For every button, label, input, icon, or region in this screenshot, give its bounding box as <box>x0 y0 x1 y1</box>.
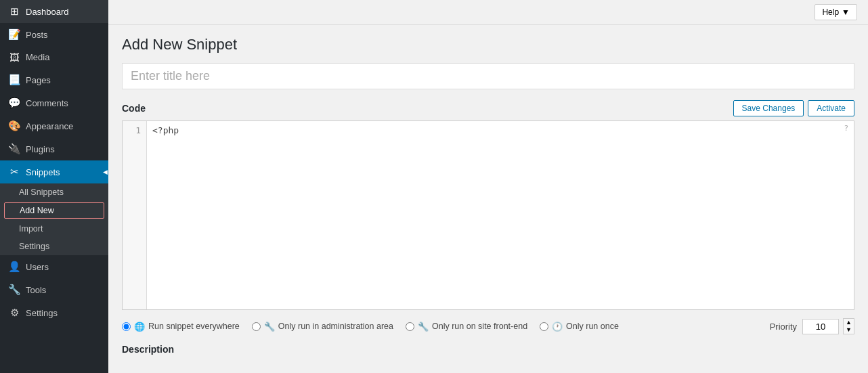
snippet-title-input[interactable] <box>122 63 854 89</box>
sidebar-item-users[interactable]: 👤 Users <box>0 255 108 278</box>
line-numbers: 1 <box>123 121 147 309</box>
posts-icon: 📝 <box>8 28 20 41</box>
code-editor: 1 <?php ? <box>122 120 854 310</box>
help-button[interactable]: Help ▼ <box>815 4 857 20</box>
submenu-all-snippets[interactable]: All Snippets <box>0 183 108 201</box>
priority-input[interactable] <box>802 319 839 334</box>
run-option-everywhere[interactable]: 🌐 Run snippet everywhere <box>122 322 240 332</box>
priority-wrap: Priority ▲ ▼ <box>770 318 854 334</box>
main-content: Help ▼ Add New Snippet Code Save Changes… <box>108 0 868 373</box>
sidebar-item-posts[interactable]: 📝 Posts <box>0 23 108 46</box>
content-area: Add New Snippet Code Save Changes Activa… <box>108 25 868 373</box>
code-area[interactable]: <?php ? <box>147 121 854 309</box>
sidebar-item-comments[interactable]: 💬 Comments <box>0 91 108 114</box>
snippets-icon: ✂ <box>8 166 20 178</box>
sidebar-item-snippets[interactable]: ✂ Snippets ◀ <box>0 160 108 183</box>
appearance-icon: 🎨 <box>8 120 20 132</box>
line-number: 1 <box>128 125 141 135</box>
sidebar-item-dashboard[interactable]: ⊞ Dashboard <box>0 0 108 23</box>
globe-icon: 🌐 <box>134 322 145 332</box>
run-admin-radio[interactable] <box>252 322 261 331</box>
code-help-icon[interactable]: ? <box>844 124 848 133</box>
topbar: Help ▼ <box>108 0 868 25</box>
sidebar-item-plugins[interactable]: 🔌 Plugins <box>0 137 108 160</box>
settings-icon: ⚙ <box>8 307 20 319</box>
wrench-icon: 🔧 <box>264 322 275 332</box>
sidebar: ⊞ Dashboard 📝 Posts 🖼 Media 📃 Pages 💬 Co… <box>0 0 108 373</box>
run-option-admin[interactable]: 🔧 Only run in administration area <box>252 322 393 332</box>
priority-spinners: ▲ ▼ <box>843 318 854 334</box>
sidebar-item-appearance[interactable]: 🎨 Appearance <box>0 114 108 137</box>
run-options: 🌐 Run snippet everywhere 🔧 Only run in a… <box>122 318 854 334</box>
run-everywhere-radio[interactable] <box>122 322 131 331</box>
priority-up-button[interactable]: ▲ <box>844 319 854 326</box>
page-title: Add New Snippet <box>122 36 854 53</box>
sidebar-item-media[interactable]: 🖼 Media <box>0 46 108 68</box>
run-once-radio[interactable] <box>540 322 548 331</box>
plugins-icon: 🔌 <box>8 143 20 155</box>
sidebar-item-settings[interactable]: ⚙ Settings <box>0 301 108 324</box>
tools-icon: 🔧 <box>8 284 20 296</box>
submenu-settings[interactable]: Settings <box>0 238 108 255</box>
clock-icon: 🕐 <box>552 322 563 332</box>
wrench2-icon: 🔧 <box>418 322 429 332</box>
run-frontend-radio[interactable] <box>406 322 414 331</box>
code-section-header: Code Save Changes Activate <box>122 100 854 116</box>
description-label: Description <box>122 344 854 355</box>
comments-icon: 💬 <box>8 97 20 109</box>
activate-button[interactable]: Activate <box>808 100 854 116</box>
sidebar-item-pages[interactable]: 📃 Pages <box>0 68 108 91</box>
snippets-submenu: All Snippets Add New Import Settings <box>0 183 108 255</box>
run-option-frontend[interactable]: 🔧 Only run on site front-end <box>406 322 527 332</box>
media-icon: 🖼 <box>8 51 20 63</box>
snippets-collapse-arrow[interactable]: ◀ <box>101 160 108 183</box>
priority-label: Priority <box>770 322 797 332</box>
pages-icon: 📃 <box>8 74 20 86</box>
sidebar-item-tools[interactable]: 🔧 Tools <box>0 278 108 301</box>
run-option-once[interactable]: 🕐 Only run once <box>540 322 619 332</box>
priority-down-button[interactable]: ▼ <box>844 326 854 334</box>
code-label: Code <box>122 103 146 114</box>
code-actions: Save Changes Activate <box>733 100 854 116</box>
submenu-import[interactable]: Import <box>0 220 108 238</box>
dashboard-icon: ⊞ <box>8 5 20 18</box>
save-changes-button[interactable]: Save Changes <box>733 100 804 116</box>
submenu-add-new[interactable]: Add New <box>4 202 104 219</box>
users-icon: 👤 <box>8 261 20 273</box>
